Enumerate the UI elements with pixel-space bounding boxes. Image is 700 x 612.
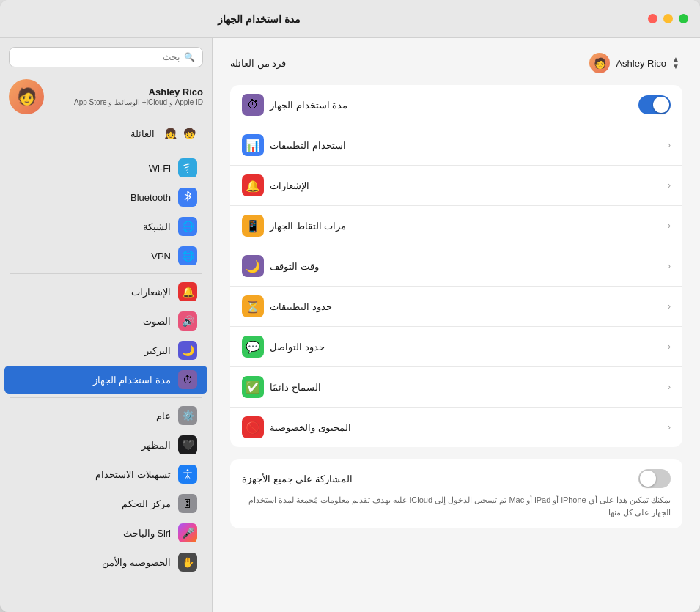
sidebar-item-general[interactable]: ⚙️ عام	[4, 402, 207, 429]
privacy-icon: ✋	[178, 553, 197, 572]
always-allowed-row-left: ‹	[668, 382, 671, 392]
sidebar-item-wifi[interactable]: Wi-Fi	[4, 154, 207, 182]
sidebar-user-subtitle: Apple ID و iCloud+ الوسائط و App Store	[51, 97, 203, 108]
bluetooth-icon	[178, 188, 197, 207]
sidebar-item-network-label: الشبكة	[15, 221, 171, 232]
main-user-name: Ashley Rico	[616, 58, 666, 69]
search-box[interactable]: 🔍	[9, 47, 203, 67]
app-limits-row[interactable]: ‹ حدود التطبيقات ⏳	[230, 287, 682, 327]
screentime-sidebar-icon: ⏱	[178, 370, 197, 389]
family-avatars: 🧒 👧	[162, 125, 197, 141]
sidebar-item-focus[interactable]: 🌙 التركيز	[4, 336, 207, 364]
sidebar-item-bluetooth-label: Bluetooth	[15, 192, 171, 203]
sidebar-item-sound-label: الصوت	[15, 316, 171, 327]
comm-limits-row[interactable]: ‹ حدود التواصل 💬	[230, 327, 682, 367]
app-usage-label: استخدام التطبيقات	[270, 140, 346, 151]
sidebar-item-vpn[interactable]: 🌐 VPN	[4, 242, 207, 270]
share-toggle[interactable]	[638, 469, 671, 488]
general-icon: ⚙️	[178, 406, 197, 425]
main-user-avatar: 🧑	[589, 53, 610, 73]
sidebar-item-bluetooth[interactable]: Bluetooth	[4, 183, 207, 211]
family-member-label: فرد من العائلة	[230, 58, 286, 69]
sidebar-user-info: Ashley Rico Apple ID و iCloud+ الوسائط و…	[51, 86, 203, 108]
toggle-knob	[653, 97, 669, 113]
sidebar-item-family-label: العائلة	[15, 128, 155, 139]
always-allowed-label: السماح دائمًا	[270, 382, 321, 393]
titlebar: مدة استخدام الجهاز	[0, 0, 700, 38]
sidebar-user-section[interactable]: Ashley Rico Apple ID و iCloud+ الوسائط و…	[0, 73, 212, 120]
control-icon: 🎛	[178, 494, 197, 513]
chevron-icon: ‹	[668, 180, 671, 191]
chevron-icon: ‹	[668, 382, 671, 392]
sidebar-search-container: 🔍	[0, 38, 212, 73]
maximize-button[interactable]	[679, 14, 688, 23]
sidebar-item-appearance[interactable]: 🖤 المظهر	[4, 431, 207, 459]
sidebar-item-screentime[interactable]: ⏱ مدة استخدام الجهاز	[4, 366, 207, 394]
chevron-icon: ‹	[668, 140, 671, 150]
comm-limits-label: حدود التواصل	[270, 342, 325, 353]
sidebar-item-sound[interactable]: 🔊 الصوت	[4, 307, 207, 335]
downtime-icon: 🌙	[242, 255, 264, 277]
sidebar: 🔍 Ashley Rico Apple ID و iCloud+ الوسائط…	[0, 38, 213, 612]
chevron-icon: ‹	[668, 221, 671, 231]
always-allowed-row[interactable]: ‹ السماح دائمًا ✅	[230, 367, 682, 408]
comm-limits-icon: 💬	[242, 336, 264, 358]
app-usage-icon: 📊	[242, 134, 264, 156]
sidebar-item-accessibility-label: تسهيلات الاستخدام	[15, 469, 171, 480]
stepper-down[interactable]: ▼	[672, 63, 679, 70]
app-limits-label: حدود التطبيقات	[270, 301, 332, 312]
sidebar-item-notifications[interactable]: 🔔 الإشعارات	[4, 278, 207, 306]
pickups-row[interactable]: ‹ مرات التقاط الجهاز 📱	[230, 206, 682, 246]
always-allowed-icon: ✅	[242, 376, 264, 398]
close-button[interactable]	[648, 14, 657, 23]
sidebar-item-siri-label: Siri والباحث	[15, 528, 171, 539]
sidebar-item-screentime-label: مدة استخدام الجهاز	[15, 375, 171, 386]
app-limits-row-right: حدود التطبيقات ⏳	[242, 295, 332, 317]
sidebar-item-appearance-label: المظهر	[15, 440, 171, 451]
sidebar-item-control[interactable]: 🎛 مركز التحكم	[4, 490, 207, 517]
appearance-icon: 🖤	[178, 435, 197, 454]
family-avatar-1: 🧒	[181, 125, 197, 141]
share-description: يمكنك تمكين هذا على أي iPhone أو iPad أو…	[242, 494, 671, 518]
sidebar-divider-1	[10, 150, 202, 150]
pickups-row-left: ‹	[668, 221, 671, 231]
sidebar-item-vpn-label: VPN	[15, 251, 171, 262]
notifications-label: الإشعارات	[270, 180, 309, 191]
share-section: المشاركة على جميع الأجهزة يمكنك تمكين هذ…	[230, 459, 682, 528]
minimize-button[interactable]	[663, 14, 673, 23]
downtime-row[interactable]: ‹ وقت التوقف 🌙	[230, 246, 682, 287]
focus-icon: 🌙	[178, 341, 197, 360]
sidebar-item-notifications-label: الإشعارات	[15, 287, 171, 298]
svg-point-1	[187, 469, 189, 471]
content-privacy-row[interactable]: ‹ المحتوى والخصوصية 🚫	[230, 408, 682, 447]
share-label: المشاركة على جميع الأجهزة	[242, 473, 353, 484]
notifications-sidebar-icon: 🔔	[178, 282, 197, 301]
sidebar-item-control-label: مركز التحكم	[15, 498, 171, 509]
screentime-row-right: مدة استخدام الجهاز ⏱	[242, 94, 347, 116]
sidebar-item-siri[interactable]: 🎤 Siri والباحث	[4, 519, 207, 547]
pickups-icon: 📱	[242, 215, 264, 237]
network-icon: 🌐	[178, 217, 197, 236]
sidebar-item-family[interactable]: 🧒 👧 العائلة	[4, 121, 207, 146]
wifi-icon	[178, 158, 197, 177]
sidebar-divider-3	[10, 397, 202, 398]
family-avatar-2: 👧	[162, 125, 178, 141]
screentime-row[interactable]: مدة استخدام الجهاز ⏱	[230, 85, 682, 125]
siri-icon: 🎤	[178, 523, 197, 542]
notifications-icon: 🔔	[242, 174, 264, 196]
app-usage-row[interactable]: ‹ استخدام التطبيقات 📊	[230, 125, 682, 166]
screentime-toggle[interactable]	[638, 95, 671, 114]
sidebar-item-privacy[interactable]: ✋ الخصوصية والأمن	[4, 548, 207, 576]
user-stepper[interactable]: ▲ ▼	[672, 56, 679, 70]
notifications-row[interactable]: ‹ الإشعارات 🔔	[230, 166, 682, 206]
content-privacy-row-right: المحتوى والخصوصية 🚫	[242, 416, 351, 438]
notifications-row-right: الإشعارات 🔔	[242, 174, 309, 196]
main-panel: ▲ ▼ Ashley Rico 🧑 فرد من العائلة	[213, 38, 700, 612]
share-row: المشاركة على جميع الأجهزة	[242, 469, 671, 488]
sidebar-item-accessibility[interactable]: تسهيلات الاستخدام	[4, 460, 207, 488]
app-limits-row-left: ‹	[668, 301, 671, 311]
search-input[interactable]	[17, 52, 180, 62]
sidebar-user-avatar: 🧑	[9, 79, 44, 114]
chevron-icon: ‹	[668, 342, 671, 352]
sidebar-item-network[interactable]: 🌐 الشبكة	[4, 213, 207, 240]
